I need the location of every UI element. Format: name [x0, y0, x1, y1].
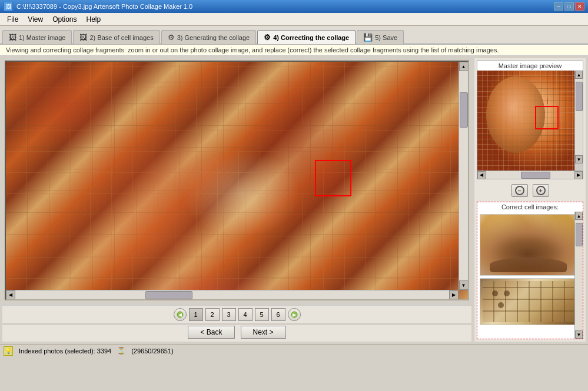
menu-bar: File View Options Help	[0, 13, 588, 26]
scroll-down-button[interactable]: ▼	[459, 280, 469, 290]
correct-scroll-down[interactable]: ▼	[575, 330, 583, 339]
app-icon: 🖼	[4, 2, 13, 11]
preview-scroll-down[interactable]: ▼	[575, 155, 583, 163]
preview-scroll-thumb[interactable]	[576, 82, 583, 111]
tab-generating[interactable]: ⚙ 3) Generating the collage	[161, 30, 257, 44]
menu-view[interactable]: View	[23, 14, 48, 25]
save-tab-icon: 💾	[363, 33, 373, 42]
scroll-right-button[interactable]: ▶	[449, 290, 459, 300]
collage-panel[interactable]: ▲ ▼ ◀ ▶	[5, 61, 469, 300]
correct-scroll-thumb[interactable]	[576, 223, 583, 246]
status-anim: ⏳	[117, 347, 125, 355]
gen-tab-icon: ⚙	[168, 33, 175, 42]
window-controls: – □ ✕	[554, 2, 584, 11]
master-preview	[477, 71, 583, 171]
cell-image-2[interactable]	[480, 278, 577, 325]
base-tab-icon: 🖼	[79, 33, 87, 42]
indexed-label: Indexed photos (selected): 3394	[19, 347, 111, 355]
v-scroll-track[interactable]	[459, 71, 468, 280]
tab-master-label: 1) Master image	[19, 34, 65, 41]
scroll-left-button[interactable]: ◀	[6, 290, 15, 300]
page-button-2[interactable]: 2	[205, 308, 220, 321]
next-button[interactable]: Next >	[241, 326, 286, 339]
zoom-out-button[interactable]: –	[511, 184, 528, 197]
correct-cell-section: Correct cell images: ▲	[477, 202, 583, 339]
preview-title: Master image preview	[477, 61, 583, 71]
page-button-4[interactable]: 4	[238, 308, 253, 321]
minimize-button[interactable]: –	[554, 2, 563, 11]
correct-title: Correct cell images:	[477, 202, 583, 212]
zoom-out-icon: –	[515, 186, 524, 195]
zoom-in-icon: +	[536, 186, 546, 195]
v-scrollbar[interactable]: ▲ ▼	[459, 62, 468, 290]
svg-text:◀: ◀	[178, 312, 182, 318]
master-preview-section: Master image preview ▲	[477, 61, 583, 179]
tab-correcting-label: 4) Correcting the collage	[273, 34, 349, 41]
page-button-5[interactable]: 5	[255, 308, 269, 321]
selection-rectangle	[315, 160, 351, 196]
cell-image-1[interactable]	[480, 214, 577, 276]
preview-h-scrollbar[interactable]: ◀ ▶	[477, 171, 583, 179]
status-bar: 💡 Indexed photos (selected): 3394 ⏳ (296…	[0, 344, 588, 357]
zoom-controls: – +	[477, 183, 583, 198]
tab-base[interactable]: 🖼 2) Base of cell images	[73, 30, 160, 44]
tab-save[interactable]: 💾 5) Save	[357, 30, 404, 44]
right-panel: Master image preview ▲	[474, 58, 586, 342]
tab-bar: 🖼 1) Master image 🖼 2) Base of cell imag…	[0, 26, 588, 45]
info-bar: Viewing and correcting collage fragments…	[0, 45, 588, 56]
maximize-button[interactable]: □	[564, 2, 574, 11]
close-button[interactable]: ✕	[575, 2, 584, 11]
correct-v-scrollbar[interactable]: ▲ ▼	[574, 212, 583, 339]
preview-v-scrollbar[interactable]: ▲ ▼	[574, 71, 583, 171]
preview-h-thumb[interactable]	[521, 172, 550, 179]
preview-scroll-up[interactable]: ▲	[575, 71, 583, 79]
face-crosshair	[535, 106, 559, 129]
pagination-area: ◀ 1 2 3 4 5 6 ▶	[2, 305, 471, 323]
info-text: Viewing and correcting collage fragments…	[6, 46, 499, 54]
status-icon: 💡	[4, 346, 13, 356]
preview-scroll-left[interactable]: ◀	[477, 171, 486, 179]
tab-base-label: 2) Base of cell images	[89, 34, 153, 41]
preview-h-track[interactable]	[486, 171, 574, 179]
page-button-3[interactable]: 3	[222, 308, 236, 321]
correct-scroll-up[interactable]: ▲	[575, 212, 583, 220]
menu-help[interactable]: Help	[82, 14, 106, 25]
corr-tab-icon: ⚙	[264, 33, 271, 42]
tab-generating-label: 3) Generating the collage	[177, 34, 250, 41]
progress-label: (29650/29651)	[131, 347, 174, 355]
back-button[interactable]: < Back	[188, 326, 234, 339]
menu-file[interactable]: File	[2, 14, 23, 25]
menu-options[interactable]: Options	[48, 14, 81, 25]
h-scrollbar[interactable]: ◀ ▶	[6, 290, 459, 299]
title-bar: 🖼 C:\!!!\3337089 - Copy3.jpg Artensoft P…	[0, 0, 588, 13]
nav-buttons: < Back Next >	[2, 325, 471, 342]
face-mosaic-preview	[477, 71, 583, 171]
v-scroll-thumb[interactable]	[460, 92, 468, 128]
preview-scroll-right[interactable]: ▶	[574, 171, 583, 179]
collage-image	[6, 62, 468, 299]
h-scroll-thumb[interactable]	[145, 291, 192, 299]
tab-save-label: 5) Save	[375, 34, 397, 41]
scroll-up-button[interactable]: ▲	[459, 62, 469, 71]
page-button-1[interactable]: 1	[189, 308, 203, 321]
tab-correcting[interactable]: ⚙ 4) Correcting the collage	[257, 30, 356, 44]
prev-page-button[interactable]: ◀	[174, 308, 187, 321]
tab-master[interactable]: 🖼 1) Master image	[2, 30, 72, 44]
correct-images-list[interactable]: ▲ ▼	[477, 212, 583, 339]
page-button-6[interactable]: 6	[271, 308, 285, 321]
zoom-in-button[interactable]: +	[533, 184, 549, 197]
window-title: C:\!!!\3337089 - Copy3.jpg Artensoft Pho…	[16, 3, 192, 10]
h-scroll-track[interactable]	[15, 290, 449, 299]
svg-text:▶: ▶	[293, 312, 297, 318]
next-page-button[interactable]: ▶	[288, 308, 301, 321]
master-tab-icon: 🖼	[9, 33, 16, 42]
